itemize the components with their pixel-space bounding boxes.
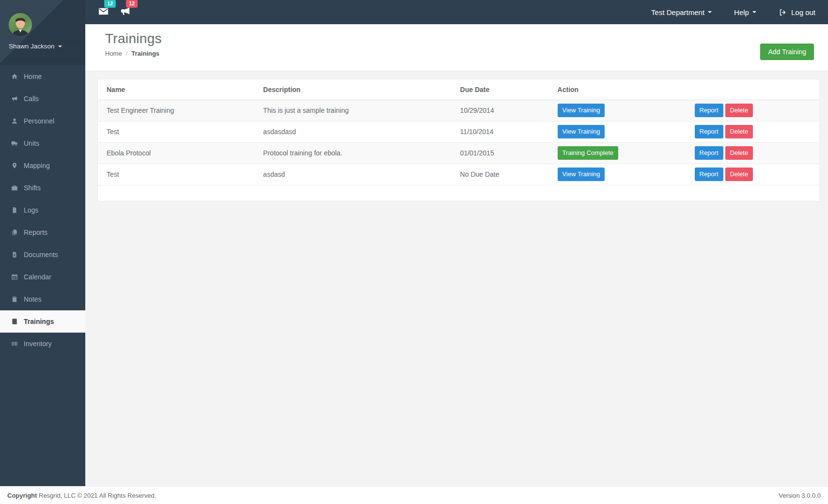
column-header-buttons (686, 79, 820, 100)
training-description: Protocol training for ebola. (254, 142, 451, 164)
column-header-name: Name (98, 79, 254, 100)
training-due-date: 01/01/2015 (452, 142, 549, 164)
view-training-button[interactable]: View Training (558, 125, 605, 138)
training-description: asdasdasd (254, 121, 451, 142)
column-header-description: Description (254, 79, 451, 100)
sidebar-item-calls[interactable]: Calls (0, 88, 85, 110)
sidebar-item-label: Documents (24, 251, 58, 259)
chevron-down-icon (752, 11, 756, 13)
breadcrumb-home[interactable]: Home (105, 50, 122, 57)
announcements-count-badge: 12 (126, 0, 138, 8)
training-name: Test Engineer Training (98, 100, 254, 121)
sign-out-icon (779, 8, 787, 16)
barcode-icon (11, 340, 18, 347)
sidebar-item-trainings[interactable]: Trainings (0, 310, 85, 333)
training-name: Test (98, 164, 254, 185)
home-icon (11, 73, 18, 80)
user-name: Shawn Jackson (9, 43, 55, 50)
messages-count-badge: 12 (104, 0, 116, 8)
sidebar-item-label: Inventory (24, 340, 52, 348)
chevron-down-icon (58, 46, 62, 47)
bullhorn-icon (11, 95, 18, 102)
logout-button[interactable]: Log out (779, 8, 815, 16)
sidebar-item-label: Notes (24, 295, 42, 303)
table-row: Test Engineer TrainingThis is just a sam… (98, 100, 819, 121)
content-area: Name Description Due Date Action Test En… (85, 70, 828, 201)
sidebar-item-reports[interactable]: Reports (0, 221, 85, 244)
announcements-button[interactable]: 12 (120, 6, 131, 19)
reports-icon (11, 229, 18, 236)
sidebar-item-label: Calls (24, 95, 39, 103)
training-name: Test (98, 121, 254, 142)
sidebar-item-logs[interactable]: Logs (0, 199, 85, 221)
sidebar-item-label: Personnel (24, 117, 54, 125)
map-marker-icon (11, 162, 18, 169)
sidebar-item-label: Units (24, 139, 39, 147)
sidebar-item-home[interactable]: Home (0, 65, 85, 88)
add-training-button[interactable]: Add Training (760, 44, 814, 60)
sidebar-item-notes[interactable]: Notes (0, 288, 85, 310)
book-icon (11, 318, 18, 325)
department-label: Test Department (651, 8, 704, 16)
delete-button[interactable]: Delete (725, 146, 753, 160)
report-button[interactable]: Report (695, 168, 723, 181)
chevron-down-icon (708, 11, 712, 13)
copyright-text: Copyright Resgrid, LLC © 2021 All Rights… (7, 492, 156, 499)
view-training-button[interactable]: View Training (558, 104, 605, 117)
sidebar-item-inventory[interactable]: Inventory (0, 333, 85, 355)
training-due-date: 10/29/2014 (452, 100, 549, 121)
footer: Copyright Resgrid, LLC © 2021 All Rights… (0, 486, 828, 504)
report-button[interactable]: Report (695, 146, 723, 160)
training-description: This is just a sample training (254, 100, 451, 121)
document-icon (11, 251, 18, 258)
table-header-row: Name Description Due Date Action (98, 79, 819, 100)
avatar[interactable] (9, 13, 32, 36)
trainings-panel: Name Description Due Date Action Test En… (97, 79, 820, 201)
breadcrumb-current: Trainings (131, 50, 159, 57)
topbar: 12 12 Test Department Help Log out (85, 0, 828, 24)
sidebar-item-label: Shifts (24, 184, 41, 192)
sidebar-item-shifts[interactable]: Shifts (0, 177, 85, 199)
row-buttons-cell: ReportDelete (686, 142, 820, 164)
help-label: Help (734, 8, 749, 16)
sidebar-item-personnel[interactable]: Personnel (0, 110, 85, 132)
user-menu[interactable]: Shawn Jackson (9, 43, 77, 50)
table-row: Testasdasdasd11/10/2014View TrainingRepo… (98, 121, 819, 142)
sidebar-item-label: Trainings (24, 318, 54, 325)
column-header-due-date: Due Date (452, 79, 549, 100)
delete-button[interactable]: Delete (725, 168, 753, 181)
topbar-menu: Test Department Help Log out (629, 8, 815, 16)
calendar-icon (11, 274, 18, 280)
file-icon (11, 207, 18, 214)
trainings-table: Name Description Due Date Action Test En… (98, 79, 819, 185)
notes-icon (11, 296, 18, 303)
delete-button[interactable]: Delete (725, 125, 753, 138)
help-menu[interactable]: Help (734, 8, 756, 16)
action-cell: View Training (549, 100, 686, 121)
breadcrumb: Home / Trainings (105, 50, 828, 57)
report-button[interactable]: Report (695, 125, 723, 138)
sidebar-item-documents[interactable]: Documents (0, 244, 85, 266)
sidebar-item-label: Logs (24, 206, 38, 214)
sidebar-item-label: Reports (24, 229, 47, 236)
delete-button[interactable]: Delete (725, 104, 753, 117)
page-heading: Trainings Home / Trainings Add Training (85, 24, 828, 70)
version-text: Version 3.0.0.0 (779, 492, 821, 499)
sidebar-item-calendar[interactable]: Calendar (0, 266, 85, 288)
main-area: 12 12 Test Department Help Log out (85, 0, 828, 486)
report-button[interactable]: Report (695, 104, 723, 117)
sidebar-item-mapping[interactable]: Mapping (0, 154, 85, 177)
view-training-button[interactable]: View Training (558, 168, 605, 181)
sidebar-item-units[interactable]: Units (0, 132, 85, 154)
training-complete-button[interactable]: Training Complete (558, 146, 619, 160)
ambulance-icon (11, 140, 18, 147)
avatar-photo (9, 13, 32, 36)
page-title: Trainings (105, 31, 828, 46)
department-menu[interactable]: Test Department (651, 8, 712, 16)
messages-button[interactable]: 12 (98, 6, 109, 19)
training-name: Ebola Protocol (98, 142, 254, 164)
breadcrumb-separator: / (126, 50, 128, 57)
sidebar-profile: Shawn Jackson (0, 0, 85, 65)
row-buttons-cell: ReportDelete (686, 121, 820, 142)
training-description: asdasd (254, 164, 451, 185)
